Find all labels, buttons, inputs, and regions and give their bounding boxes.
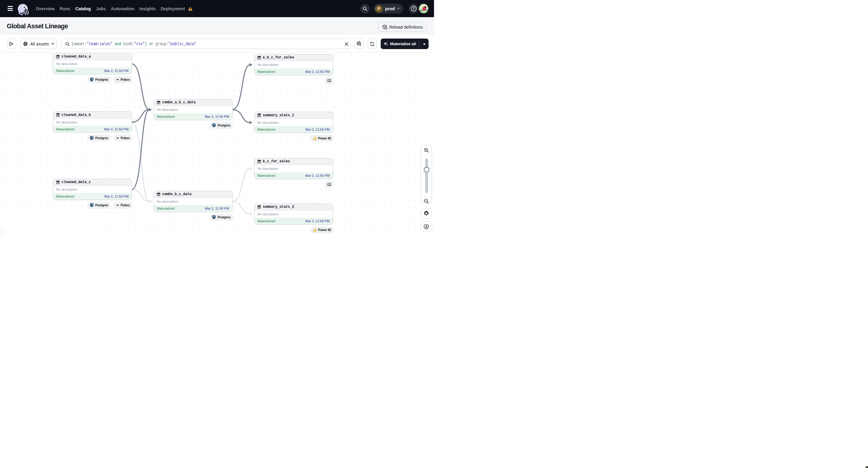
svg-text:?: ?	[412, 7, 414, 11]
svg-text:csv: csv	[328, 184, 331, 186]
svg-text:csv: csv	[328, 80, 331, 82]
